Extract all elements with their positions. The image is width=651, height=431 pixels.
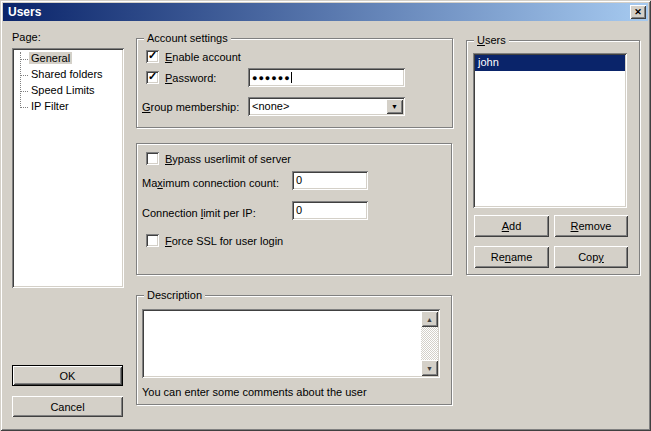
force-ssl-row: Force SSL for user login	[146, 234, 283, 247]
remove-button[interactable]: Remove	[554, 215, 628, 237]
users-list[interactable]: john	[473, 53, 627, 208]
group-membership-select[interactable]: <none>	[248, 97, 405, 116]
scroll-up-icon[interactable]	[421, 311, 438, 327]
users-dialog: Users ✕ Page: General Shared folders Spe…	[0, 0, 651, 431]
password-input[interactable]: ●●●●●●	[248, 68, 405, 87]
page-list[interactable]: General Shared folders Speed Limits IP F…	[12, 48, 124, 288]
rename-button[interactable]: Rename	[474, 246, 549, 268]
max-connection-count-label: Maximum connection count:	[142, 177, 279, 189]
description-title: Description	[144, 289, 205, 301]
group-membership-label: Group membership:	[142, 101, 239, 113]
page-item-general[interactable]: General	[12, 51, 124, 67]
user-item-john[interactable]: john	[475, 55, 625, 71]
bypass-userlimit-checkbox[interactable]	[146, 152, 159, 165]
text-cursor	[291, 72, 292, 83]
connection-limit-per-ip-input[interactable]: 0	[292, 201, 368, 220]
password-row: Password:	[146, 71, 216, 84]
account-settings-title: Account settings	[144, 32, 231, 44]
page-item-shared-folders[interactable]: Shared folders	[12, 67, 124, 83]
titlebar[interactable]: Users	[3, 3, 648, 21]
description-scrollbar[interactable]	[421, 311, 438, 376]
force-ssl-checkbox[interactable]	[146, 234, 159, 247]
description-textarea[interactable]	[142, 309, 440, 378]
ok-button[interactable]: OK	[12, 365, 123, 386]
max-connection-count-input[interactable]: 0	[292, 171, 368, 190]
window-title: Users	[8, 5, 41, 19]
page-item-ip-filter[interactable]: IP Filter	[12, 99, 124, 115]
add-button[interactable]: Add	[474, 215, 549, 237]
bypass-userlimit-row: Bypass userlimit of server	[146, 152, 291, 165]
bypass-userlimit-label: Bypass userlimit of server	[165, 153, 291, 165]
enable-account-label: Enable account	[165, 51, 241, 63]
cancel-button[interactable]: Cancel	[12, 396, 123, 417]
description-hint: You can enter some comments about the us…	[142, 386, 367, 398]
scroll-down-icon[interactable]	[421, 360, 438, 376]
force-ssl-label: Force SSL for user login	[165, 235, 283, 247]
users-title: Users	[474, 34, 509, 46]
page-label: Page:	[12, 31, 41, 43]
connection-limit-per-ip-label: Connection limit per IP:	[142, 207, 256, 219]
enable-account-row: Enable account	[146, 50, 241, 63]
password-label: Password:	[165, 72, 216, 84]
page-item-speed-limits[interactable]: Speed Limits	[12, 83, 124, 99]
chevron-down-icon[interactable]	[386, 99, 403, 114]
copy-button[interactable]: Copy	[554, 246, 628, 268]
password-checkbox[interactable]	[146, 71, 159, 84]
enable-account-checkbox[interactable]	[146, 50, 159, 63]
close-icon[interactable]: ✕	[630, 5, 646, 19]
